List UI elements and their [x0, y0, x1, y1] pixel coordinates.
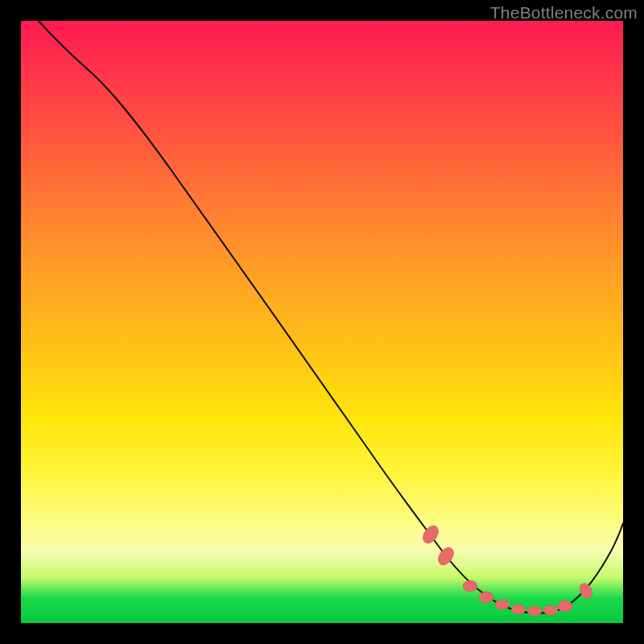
- chart-plot-area: [21, 21, 623, 623]
- watermark-text: TheBottleneck.com: [490, 3, 638, 23]
- chart-background-gradient: [21, 21, 623, 623]
